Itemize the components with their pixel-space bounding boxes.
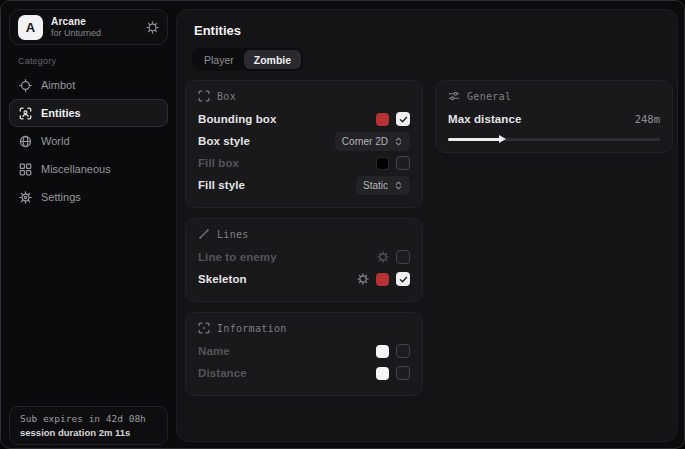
fill-style-select[interactable]: Static — [356, 176, 410, 195]
check-icon — [399, 115, 408, 124]
brand-text: Arcane for Unturned — [51, 16, 146, 38]
bounding-box-checkbox[interactable] — [396, 112, 410, 126]
box-style-label: Box style — [198, 135, 335, 147]
name-label: Name — [198, 345, 376, 357]
skeleton-checkbox[interactable] — [396, 272, 410, 286]
max-distance-label: Max distance — [448, 113, 635, 125]
general-card: General Max distance 248m — [435, 80, 673, 153]
sidebar-item-label: Miscellaneous — [41, 163, 111, 175]
sidebar-item-aimbot[interactable]: Aimbot — [9, 71, 168, 99]
sidebar-item-entities[interactable]: Entities — [9, 99, 168, 127]
fill-box-row: Fill box — [198, 152, 410, 174]
sidebar-item-label: Settings — [41, 191, 81, 203]
fill-style-label: Fill style — [198, 179, 356, 191]
brand-card: A Arcane for Unturned — [9, 9, 168, 45]
line-tool-icon — [198, 228, 210, 240]
grid-icon — [19, 163, 32, 176]
skeleton-row: Skeleton — [198, 268, 410, 290]
skeleton-color-swatch[interactable] — [376, 273, 389, 286]
information-card-title: Information — [217, 323, 287, 334]
bounding-box-label: Bounding box — [198, 113, 376, 125]
line-to-enemy-label: Line to enemy — [198, 251, 377, 263]
box-card-header: Box — [198, 90, 410, 102]
max-distance-row: Max distance 248m — [448, 108, 660, 130]
check-icon — [399, 275, 408, 284]
app-subtitle: for Unturned — [51, 28, 146, 38]
bounding-box-row: Bounding box — [198, 108, 410, 130]
distance-row: Distance — [198, 362, 410, 384]
sidebar-item-label: Entities — [41, 107, 81, 119]
scan-info-icon — [198, 322, 210, 334]
line-settings-gear-icon[interactable] — [377, 251, 389, 263]
gear-icon[interactable] — [146, 21, 159, 34]
box-style-value: Corner 2D — [342, 136, 388, 147]
crosshair-icon — [19, 79, 32, 92]
sidebar-item-miscellaneous[interactable]: Miscellaneous — [9, 155, 168, 183]
session-duration-text: session duration 2m 11s — [20, 427, 157, 438]
lines-card-title: Lines — [217, 229, 249, 240]
line-to-enemy-row: Line to enemy — [198, 246, 410, 268]
page-title: Entities — [194, 23, 241, 38]
fill-style-row: Fill style Static — [198, 174, 410, 196]
sidebar: A Arcane for Unturned Category — [1, 1, 176, 448]
category-label: Category — [18, 56, 56, 66]
entity-tabs: Player Zombie — [192, 48, 303, 71]
sidebar-nav: Aimbot Entities — [9, 71, 168, 211]
chevrons-up-down-icon — [394, 180, 403, 191]
distance-label: Distance — [198, 367, 376, 379]
app-logo: A — [18, 15, 43, 40]
tab-zombie[interactable]: Zombie — [244, 50, 301, 69]
line-to-enemy-checkbox[interactable] — [396, 250, 410, 264]
sidebar-item-settings[interactable]: Settings — [9, 183, 168, 211]
skeleton-settings-gear-icon[interactable] — [357, 273, 369, 285]
max-distance-slider-fill — [448, 138, 501, 141]
fill-style-value: Static — [363, 180, 388, 191]
tab-player[interactable]: Player — [194, 50, 244, 69]
right-column: General Max distance 248m — [435, 80, 673, 163]
app-title: Arcane — [51, 16, 146, 27]
app-window: A Arcane for Unturned Category — [0, 0, 685, 449]
sidebar-item-label: Aimbot — [41, 79, 75, 91]
globe-icon — [19, 135, 32, 148]
sidebar-item-label: World — [41, 135, 70, 147]
lines-card: Lines Line to enemy — [185, 218, 423, 302]
distance-color-swatch[interactable] — [376, 367, 389, 380]
fill-box-label: Fill box — [198, 157, 376, 169]
entities-scan-icon — [19, 107, 32, 120]
bounding-box-color-swatch[interactable] — [376, 113, 389, 126]
general-card-header: General — [448, 90, 660, 102]
left-column: Box Bounding box Box style — [185, 80, 423, 406]
chevrons-up-down-icon — [394, 136, 403, 147]
box-style-row: Box style Corner 2D — [198, 130, 410, 152]
main-panel: Entities Player Zombie B — [176, 9, 678, 442]
lines-card-header: Lines — [198, 228, 410, 240]
fill-box-color-swatch[interactable] — [376, 157, 389, 170]
name-row: Name — [198, 340, 410, 362]
gear-icon — [19, 191, 32, 204]
scan-box-icon — [198, 90, 210, 102]
box-card-title: Box — [217, 91, 236, 102]
information-card: Information Name Distance — [185, 312, 423, 396]
sidebar-item-world[interactable]: World — [9, 127, 168, 155]
general-card-title: General — [467, 91, 511, 102]
box-style-select[interactable]: Corner 2D — [335, 132, 410, 151]
sliders-icon — [448, 90, 460, 102]
distance-checkbox[interactable] — [396, 366, 410, 380]
skeleton-label: Skeleton — [198, 273, 357, 285]
box-card: Box Bounding box Box style — [185, 80, 423, 208]
fill-box-checkbox[interactable] — [396, 156, 410, 170]
subscription-card: Sub expires in 42d 08h session duration … — [9, 406, 168, 445]
max-distance-slider[interactable] — [448, 138, 660, 141]
max-distance-slider-thumb[interactable] — [499, 135, 506, 143]
information-card-header: Information — [198, 322, 410, 334]
max-distance-value: 248m — [635, 113, 660, 125]
name-checkbox[interactable] — [396, 344, 410, 358]
name-color-swatch[interactable] — [376, 345, 389, 358]
sub-expiry-text: Sub expires in 42d 08h — [20, 413, 157, 424]
